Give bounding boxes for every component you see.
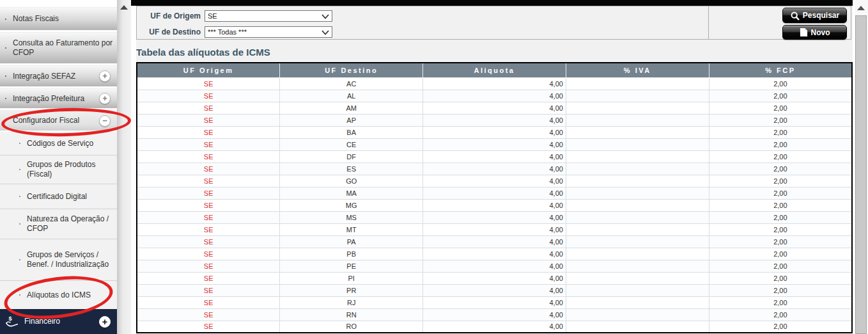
uf-origem-cell: SE: [137, 102, 280, 114]
uf-origem-link[interactable]: SE: [204, 287, 213, 294]
sidebar-item-grupos-de-servicos[interactable]: Grupos de Serviços / Benef. / Industrial…: [0, 239, 117, 280]
aliquota-cell: 4,00: [423, 260, 566, 272]
uf-destino-cell: MA: [280, 187, 423, 199]
pesquisar-button[interactable]: Pesquisar: [782, 8, 847, 23]
table-row: SEPE4,002,00: [137, 260, 852, 272]
svg-text:$: $: [9, 315, 12, 322]
uf-origem-link[interactable]: SE: [204, 177, 213, 185]
uf-origem-link[interactable]: SE: [204, 141, 213, 148]
table-row: SERO4,002,00: [137, 321, 852, 333]
uf-origem-cell: SE: [137, 150, 280, 163]
icms-table-body: SEAC4,002,00SEAL4,002,00SEAM4,002,00SEAP…: [137, 77, 852, 333]
sidebar-item-label: Integração SEFAZ: [13, 72, 78, 81]
expand-plus-icon[interactable]: +: [99, 70, 111, 82]
expand-plus-icon[interactable]: +: [99, 316, 111, 328]
sidebar-item-codigos-de-servico[interactable]: Códigos de Serviço: [0, 132, 117, 155]
uf-origem-link[interactable]: SE: [204, 226, 213, 234]
uf-origem-link[interactable]: SE: [204, 274, 213, 282]
col-header-uf-destino: UF Destino: [280, 63, 423, 77]
uf-origem-cell: SE: [137, 223, 280, 235]
iva-cell: [566, 223, 709, 235]
fcp-cell: 2,00: [709, 211, 852, 223]
iva-cell: [566, 77, 709, 90]
uf-origem-link[interactable]: SE: [204, 165, 213, 173]
uf-origem-link[interactable]: SE: [204, 311, 213, 319]
uf-origem-cell: SE: [137, 248, 280, 260]
uf-origem-link[interactable]: SE: [204, 250, 213, 258]
col-header-iva: % IVA: [566, 63, 709, 77]
uf-destino-cell: BA: [280, 126, 423, 138]
novo-button[interactable]: Novo: [782, 25, 847, 40]
fcp-cell: 2,00: [709, 138, 852, 150]
uf-origem-link[interactable]: SE: [204, 116, 213, 124]
sidebar-item-natureza-da-operacao-cfop[interactable]: Natureza da Operação / CFOP: [0, 209, 117, 239]
aliquota-cell: 4,00: [423, 211, 566, 223]
uf-origem-link[interactable]: SE: [204, 80, 213, 88]
aliquota-cell: 4,00: [423, 163, 566, 175]
uf-origem-cell: SE: [137, 284, 280, 296]
sidebar-item-integracao-prefeitura[interactable]: Integração Prefeitura +: [0, 88, 117, 109]
bullet-icon: [19, 259, 20, 260]
chevron-down-icon: [322, 30, 329, 35]
aliquota-cell: 4,00: [423, 272, 566, 284]
table-row: SEAP4,002,00: [137, 114, 852, 126]
aliquota-cell: 4,00: [423, 126, 566, 138]
aliquota-cell: 4,00: [423, 248, 566, 260]
sidebar-item-aliquotas-do-icms[interactable]: Alíquotas do ICMS: [0, 280, 117, 309]
uf-origem-cell: SE: [137, 90, 280, 102]
sidebar-item-grupos-de-produtos-fiscal[interactable]: Grupos de Produtos (Fiscal): [0, 155, 117, 184]
fcp-cell: 2,00: [709, 114, 852, 126]
sidebar-item-label: Notas Fiscais: [13, 14, 61, 24]
sidebar-item-consulta-faturamento-cfop[interactable]: Consulta ao Faturamento por CFOP: [0, 32, 117, 64]
uf-destino-cell: RJ: [280, 296, 423, 308]
sidebar-item-label: Códigos de Serviço: [27, 139, 96, 148]
uf-origem-link[interactable]: SE: [204, 92, 213, 100]
sidebar-item-label: Grupos de Serviços / Benef. / Industrial…: [27, 250, 117, 269]
scroll-up-arrow-icon[interactable]: [120, 5, 128, 10]
col-header-uf-origem: UF Origem: [137, 63, 280, 77]
uf-destino-cell: ES: [280, 163, 423, 175]
uf-origem-link[interactable]: SE: [204, 189, 213, 197]
scroll-up-arrow-icon[interactable]: [857, 6, 865, 10]
aliquota-cell: 4,00: [423, 296, 566, 308]
sidebar-item-notas-fiscais[interactable]: Notas Fiscais: [0, 7, 117, 31]
iva-cell: [566, 272, 709, 284]
uf-origem-select[interactable]: SE: [205, 10, 332, 22]
sidebar-item-integracao-sefaz[interactable]: Integração SEFAZ +: [0, 65, 117, 87]
uf-origem-link[interactable]: SE: [204, 322, 213, 330]
uf-origem-link[interactable]: SE: [204, 129, 213, 136]
uf-destino-select[interactable]: *** Todas ***: [205, 26, 332, 38]
expand-plus-icon[interactable]: +: [99, 93, 111, 104]
uf-destino-cell: CE: [280, 138, 423, 150]
uf-origem-link[interactable]: SE: [204, 153, 213, 161]
sidebar-item-financeiro[interactable]: $ Financeiro +: [0, 309, 117, 334]
bullet-icon: [5, 98, 6, 99]
uf-destino-cell: AM: [280, 102, 423, 114]
document-icon: [800, 28, 808, 37]
uf-origem-cell: SE: [137, 211, 280, 223]
uf-origem-link[interactable]: SE: [204, 104, 213, 112]
iva-cell: [566, 321, 709, 333]
scrollbar-thumb[interactable]: [855, 15, 867, 334]
iva-cell: [566, 90, 709, 102]
sidebar-item-certificado-digital[interactable]: Certificado Digital: [0, 184, 117, 209]
uf-origem-link[interactable]: SE: [204, 214, 213, 221]
fcp-cell: 2,00: [709, 90, 852, 102]
novo-label: Novo: [811, 28, 830, 37]
iva-cell: [566, 126, 709, 138]
aliquota-cell: 4,00: [423, 187, 566, 199]
collapse-minus-icon[interactable]: −: [99, 115, 111, 127]
sidebar-scrollbar[interactable]: [117, 0, 131, 334]
table-row: SEMA4,002,00: [137, 187, 852, 199]
uf-origem-link[interactable]: SE: [204, 238, 213, 246]
uf-origem-link[interactable]: SE: [204, 299, 213, 306]
iva-cell: [566, 138, 709, 150]
uf-origem-link[interactable]: SE: [204, 262, 213, 270]
pesquisar-label: Pesquisar: [803, 11, 839, 20]
table-row: SEPI4,002,00: [137, 272, 852, 284]
page-scrollbar[interactable]: [855, 0, 868, 334]
uf-destino-value: *** Todas ***: [208, 28, 247, 36]
uf-origem-link[interactable]: SE: [204, 202, 213, 209]
sidebar-item-configurador-fiscal[interactable]: Configurador Fiscal −: [0, 110, 117, 131]
uf-destino-cell: PI: [280, 272, 423, 284]
